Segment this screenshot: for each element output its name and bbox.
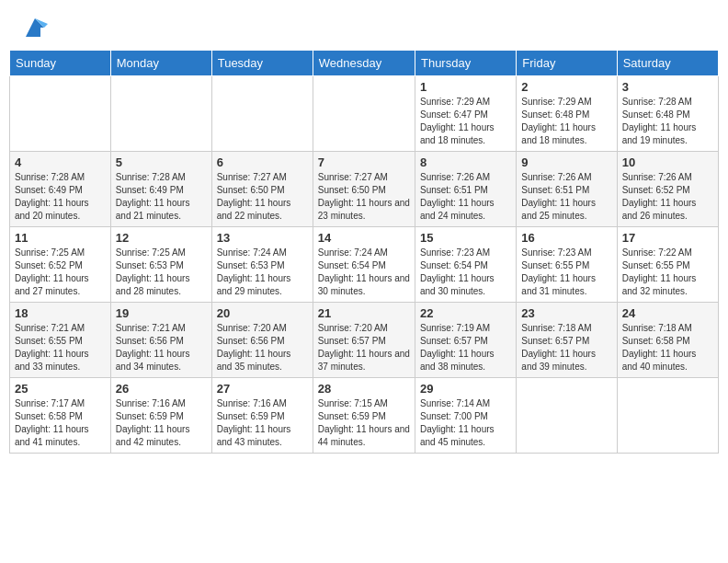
day-number: 6 (217, 155, 308, 169)
day-number: 24 (622, 306, 713, 320)
day-info: Sunrise: 7:17 AMSunset: 6:58 PMDaylight:… (15, 397, 106, 449)
calendar-day-cell: 23Sunrise: 7:18 AMSunset: 6:57 PMDayligh… (517, 303, 617, 378)
day-number: 23 (521, 306, 611, 320)
day-number: 9 (521, 155, 611, 169)
day-number: 26 (116, 382, 207, 396)
day-info: Sunrise: 7:16 AMSunset: 6:59 PMDaylight:… (116, 397, 207, 449)
calendar-day-cell: 10Sunrise: 7:26 AMSunset: 6:52 PMDayligh… (617, 152, 718, 227)
calendar-day-cell: 29Sunrise: 7:14 AMSunset: 7:00 PMDayligh… (415, 378, 516, 454)
calendar-day-cell: 8Sunrise: 7:26 AMSunset: 6:51 PMDaylight… (415, 152, 516, 227)
calendar-day-cell: 21Sunrise: 7:20 AMSunset: 6:57 PMDayligh… (313, 303, 415, 378)
logo (18, 15, 48, 40)
day-number: 17 (622, 231, 713, 245)
day-info: Sunrise: 7:28 AMSunset: 6:48 PMDaylight:… (622, 96, 713, 147)
day-number: 11 (15, 231, 106, 245)
calendar-day-cell (110, 76, 211, 152)
day-number: 8 (420, 155, 511, 169)
day-info: Sunrise: 7:14 AMSunset: 7:00 PMDaylight:… (420, 397, 511, 449)
day-number: 25 (15, 382, 106, 396)
calendar-day-cell: 20Sunrise: 7:20 AMSunset: 6:56 PMDayligh… (211, 303, 313, 378)
day-info: Sunrise: 7:22 AMSunset: 6:55 PMDaylight:… (622, 247, 713, 298)
calendar-day-cell: 24Sunrise: 7:18 AMSunset: 6:58 PMDayligh… (617, 303, 718, 378)
page-header (9, 9, 719, 46)
day-info: Sunrise: 7:23 AMSunset: 6:54 PMDaylight:… (420, 247, 511, 298)
day-info: Sunrise: 7:19 AMSunset: 6:57 PMDaylight:… (420, 322, 511, 373)
day-info: Sunrise: 7:15 AMSunset: 6:59 PMDaylight:… (318, 397, 410, 449)
day-info: Sunrise: 7:25 AMSunset: 6:52 PMDaylight:… (15, 247, 106, 298)
calendar-table: SundayMondayTuesdayWednesdayThursdayFrid… (9, 50, 719, 454)
day-of-week-header: Wednesday (313, 51, 415, 76)
day-info: Sunrise: 7:24 AMSunset: 6:54 PMDaylight:… (318, 247, 410, 298)
day-number: 18 (15, 306, 106, 320)
calendar-day-cell: 1Sunrise: 7:29 AMSunset: 6:47 PMDaylight… (415, 76, 516, 152)
day-info: Sunrise: 7:21 AMSunset: 6:55 PMDaylight:… (15, 322, 106, 373)
day-number: 12 (116, 231, 207, 245)
calendar-day-cell: 25Sunrise: 7:17 AMSunset: 6:58 PMDayligh… (10, 378, 111, 454)
day-of-week-header: Thursday (415, 51, 516, 76)
day-number: 1 (420, 80, 511, 94)
calendar-day-cell (313, 76, 415, 152)
day-number: 28 (318, 382, 410, 396)
calendar-day-cell: 13Sunrise: 7:24 AMSunset: 6:53 PMDayligh… (211, 227, 313, 303)
day-info: Sunrise: 7:29 AMSunset: 6:47 PMDaylight:… (420, 96, 511, 147)
day-number: 2 (521, 80, 611, 94)
day-number: 3 (622, 80, 713, 94)
calendar-day-cell: 27Sunrise: 7:16 AMSunset: 6:59 PMDayligh… (211, 378, 313, 454)
day-info: Sunrise: 7:23 AMSunset: 6:55 PMDaylight:… (521, 247, 611, 298)
day-of-week-header: Monday (110, 51, 211, 76)
calendar-day-cell: 15Sunrise: 7:23 AMSunset: 6:54 PMDayligh… (415, 227, 516, 303)
day-info: Sunrise: 7:26 AMSunset: 6:51 PMDaylight:… (420, 171, 511, 223)
day-info: Sunrise: 7:29 AMSunset: 6:48 PMDaylight:… (521, 96, 611, 147)
day-info: Sunrise: 7:16 AMSunset: 6:59 PMDaylight:… (217, 397, 308, 449)
calendar-day-cell: 22Sunrise: 7:19 AMSunset: 6:57 PMDayligh… (415, 303, 516, 378)
day-number: 14 (318, 231, 410, 245)
calendar-day-cell: 12Sunrise: 7:25 AMSunset: 6:53 PMDayligh… (110, 227, 211, 303)
day-number: 20 (217, 306, 308, 320)
day-info: Sunrise: 7:21 AMSunset: 6:56 PMDaylight:… (116, 322, 207, 373)
calendar-day-cell (10, 76, 111, 152)
calendar-day-cell: 16Sunrise: 7:23 AMSunset: 6:55 PMDayligh… (517, 227, 617, 303)
day-number: 5 (116, 155, 207, 169)
day-number: 19 (116, 306, 207, 320)
day-info: Sunrise: 7:18 AMSunset: 6:58 PMDaylight:… (622, 322, 713, 373)
day-info: Sunrise: 7:24 AMSunset: 6:53 PMDaylight:… (217, 247, 308, 298)
day-number: 21 (318, 306, 410, 320)
day-info: Sunrise: 7:20 AMSunset: 6:56 PMDaylight:… (217, 322, 308, 373)
calendar-day-cell (211, 76, 313, 152)
day-number: 10 (622, 155, 713, 169)
day-number: 4 (15, 155, 106, 169)
day-info: Sunrise: 7:27 AMSunset: 6:50 PMDaylight:… (217, 171, 308, 223)
day-info: Sunrise: 7:20 AMSunset: 6:57 PMDaylight:… (318, 322, 410, 373)
calendar-day-cell: 28Sunrise: 7:15 AMSunset: 6:59 PMDayligh… (313, 378, 415, 454)
calendar-day-cell (617, 378, 718, 454)
calendar-week-row: 25Sunrise: 7:17 AMSunset: 6:58 PMDayligh… (10, 378, 719, 454)
calendar-day-cell: 18Sunrise: 7:21 AMSunset: 6:55 PMDayligh… (10, 303, 111, 378)
calendar-day-cell: 5Sunrise: 7:28 AMSunset: 6:49 PMDaylight… (110, 152, 211, 227)
day-info: Sunrise: 7:26 AMSunset: 6:51 PMDaylight:… (521, 171, 611, 223)
day-of-week-header: Tuesday (211, 51, 313, 76)
calendar-week-row: 11Sunrise: 7:25 AMSunset: 6:52 PMDayligh… (10, 227, 719, 303)
calendar-day-cell (517, 378, 617, 454)
calendar-day-cell: 17Sunrise: 7:22 AMSunset: 6:55 PMDayligh… (617, 227, 718, 303)
calendar-day-cell: 6Sunrise: 7:27 AMSunset: 6:50 PMDaylight… (211, 152, 313, 227)
day-number: 22 (420, 306, 511, 320)
calendar-day-cell: 4Sunrise: 7:28 AMSunset: 6:49 PMDaylight… (10, 152, 111, 227)
day-number: 15 (420, 231, 511, 245)
day-of-week-header: Sunday (10, 51, 111, 76)
day-number: 7 (318, 155, 410, 169)
calendar-header-row: SundayMondayTuesdayWednesdayThursdayFrid… (10, 51, 719, 76)
day-number: 13 (217, 231, 308, 245)
day-info: Sunrise: 7:18 AMSunset: 6:57 PMDaylight:… (521, 322, 611, 373)
day-number: 27 (217, 382, 308, 396)
day-info: Sunrise: 7:26 AMSunset: 6:52 PMDaylight:… (622, 171, 713, 223)
calendar-week-row: 18Sunrise: 7:21 AMSunset: 6:55 PMDayligh… (10, 303, 719, 378)
day-of-week-header: Friday (517, 51, 617, 76)
day-info: Sunrise: 7:27 AMSunset: 6:50 PMDaylight:… (318, 171, 410, 223)
day-info: Sunrise: 7:25 AMSunset: 6:53 PMDaylight:… (116, 247, 207, 298)
logo-icon (22, 15, 48, 40)
calendar-week-row: 4Sunrise: 7:28 AMSunset: 6:49 PMDaylight… (10, 152, 719, 227)
calendar-day-cell: 2Sunrise: 7:29 AMSunset: 6:48 PMDaylight… (517, 76, 617, 152)
calendar-day-cell: 3Sunrise: 7:28 AMSunset: 6:48 PMDaylight… (617, 76, 718, 152)
calendar-day-cell: 9Sunrise: 7:26 AMSunset: 6:51 PMDaylight… (517, 152, 617, 227)
day-number: 16 (521, 231, 611, 245)
